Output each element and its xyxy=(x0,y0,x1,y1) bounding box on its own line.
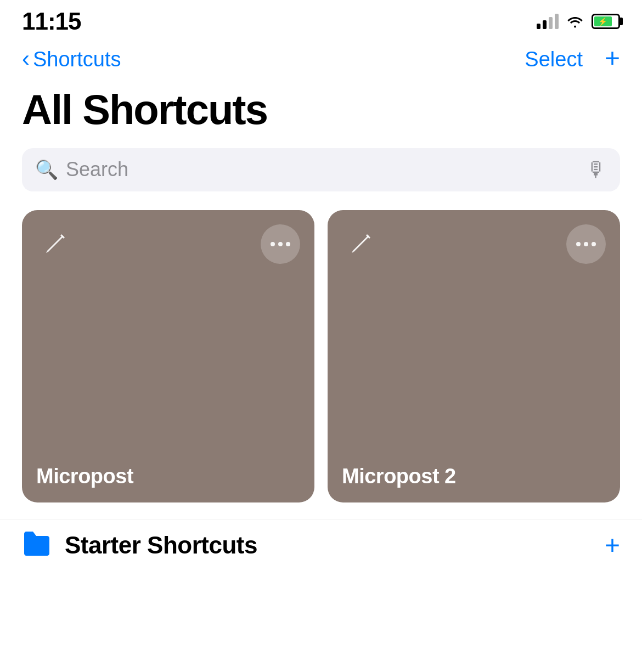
signal-bar-3 xyxy=(549,17,553,29)
signal-bar-2 xyxy=(543,20,547,29)
back-chevron-icon: ‹ xyxy=(22,47,30,70)
nav-right-actions: Select + xyxy=(525,47,620,71)
search-input[interactable]: Search xyxy=(66,158,578,181)
search-container: 🔍 Search 🎙 xyxy=(0,143,642,205)
pen-icon-1 xyxy=(36,224,75,263)
folder-icon xyxy=(22,530,52,560)
status-bar: 11:15 ⚡ xyxy=(0,0,642,38)
status-time: 11:15 xyxy=(22,8,81,35)
nav-bar: ‹ Shortcuts Select + xyxy=(0,38,642,82)
select-button[interactable]: Select xyxy=(525,48,583,71)
dot-1 xyxy=(271,242,275,246)
search-bar[interactable]: 🔍 Search 🎙 xyxy=(22,148,620,191)
shortcut-card-1-top xyxy=(36,224,300,264)
pen-icon-2 xyxy=(342,224,380,263)
microphone-icon[interactable]: 🎙 xyxy=(586,158,607,182)
more-dots-2 xyxy=(576,242,596,246)
dot-2 xyxy=(278,242,283,246)
page-title-section: All Shortcuts xyxy=(0,82,642,143)
battery-bolt: ⚡ xyxy=(598,18,607,25)
shortcuts-grid: Micropost Micropost 2 xyxy=(0,205,642,519)
shortcut-card-2-top xyxy=(342,224,606,264)
signal-bar-4 xyxy=(555,14,559,29)
signal-icon xyxy=(537,14,559,29)
dot-3 xyxy=(286,242,290,246)
more-button-1[interactable] xyxy=(261,224,300,264)
dot-6 xyxy=(592,242,596,246)
more-dots-1 xyxy=(271,242,290,246)
more-button-2[interactable] xyxy=(566,224,606,264)
page-title: All Shortcuts xyxy=(22,88,620,132)
signal-bar-1 xyxy=(537,24,540,29)
battery-icon: ⚡ xyxy=(592,14,620,29)
shortcut-name-2: Micropost 2 xyxy=(342,465,606,488)
wifi-icon xyxy=(566,15,584,28)
dot-5 xyxy=(584,242,588,246)
shortcut-card-1[interactable]: Micropost xyxy=(22,210,314,502)
dot-4 xyxy=(576,242,581,246)
status-icons: ⚡ xyxy=(537,14,620,29)
back-label: Shortcuts xyxy=(33,48,121,71)
shortcut-name-1: Micropost xyxy=(36,465,300,488)
shortcut-card-2[interactable]: Micropost 2 xyxy=(328,210,620,502)
back-button[interactable]: ‹ Shortcuts xyxy=(22,48,121,71)
bottom-section: Starter Shortcuts + xyxy=(0,519,642,571)
search-icon: 🔍 xyxy=(35,160,58,179)
add-button[interactable]: + xyxy=(605,45,620,71)
folder-label: Starter Shortcuts xyxy=(65,532,592,559)
folder-add-button[interactable]: + xyxy=(605,532,620,558)
